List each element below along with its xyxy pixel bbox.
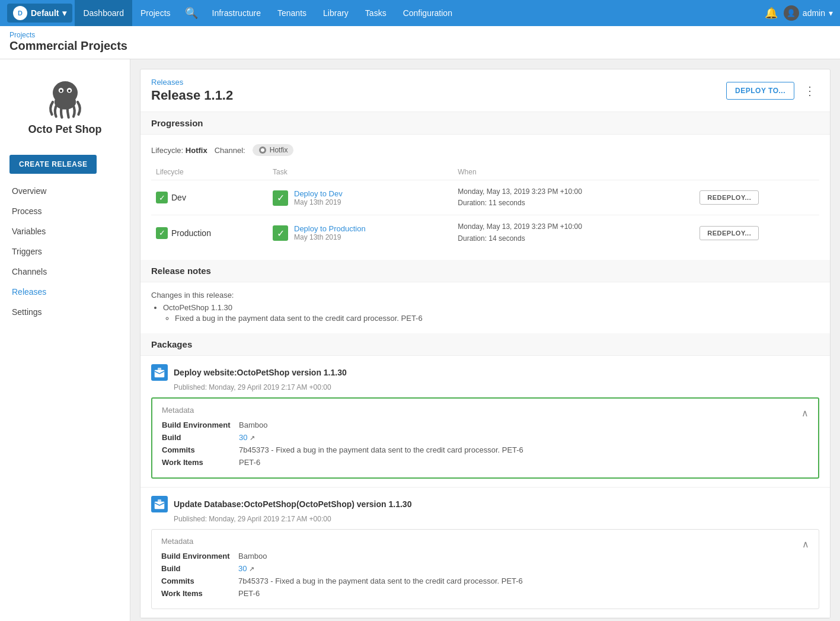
env-check-icon-production: ✓ bbox=[156, 227, 168, 239]
task-date-production: May 13th 2019 bbox=[294, 233, 366, 241]
metadata-header-row-0: Metadata ∧ bbox=[162, 406, 809, 421]
progression-table: Lifecycle Task When ✓ Dev bbox=[151, 164, 819, 250]
env-name-dev: ✓ Dev bbox=[156, 192, 263, 203]
table-row: ✓ Dev ✓ Deploy to Dev May 13th 2019 bbox=[151, 180, 819, 215]
svg-point-4 bbox=[68, 90, 70, 92]
notification-bell-icon[interactable]: 🔔 bbox=[765, 7, 778, 20]
task-name-dev[interactable]: Deploy to Dev bbox=[294, 189, 343, 198]
releases-breadcrumb-link[interactable]: Releases bbox=[151, 78, 233, 87]
lifecycle-row: Lifecycle: Hotfix Channel: Hotfix bbox=[151, 144, 819, 156]
breadcrumb: Projects bbox=[9, 31, 831, 39]
package-item-0: Deploy website:OctoPetShop version 1.1.3… bbox=[140, 356, 830, 488]
sidebar-item-process[interactable]: Process bbox=[0, 201, 130, 221]
create-release-button[interactable]: CREATE RELEASE bbox=[9, 155, 97, 174]
svg-point-7 bbox=[261, 148, 264, 152]
task-when-dev: Monday, May 13, 2019 3:23 PM +10:00 Dura… bbox=[458, 186, 690, 209]
metadata-row-workitems-1: Work Items PET-6 bbox=[161, 589, 809, 598]
package-icon-1 bbox=[151, 496, 168, 512]
release-notes-body: Changes in this release: OctoPetShop 1.1… bbox=[140, 282, 830, 333]
task-info-production: Deploy to Production May 13th 2019 bbox=[294, 224, 366, 241]
release-header: Releases Release 1.1.2 DEPLOY TO... ⋮ bbox=[140, 69, 830, 112]
release-title-block: Releases Release 1.1.2 bbox=[151, 78, 233, 103]
col-when: When bbox=[453, 164, 695, 180]
redeploy-button-production[interactable]: REDEPLOY... bbox=[700, 226, 759, 240]
metadata-row-workitems-0: Work Items PET-6 bbox=[162, 458, 809, 467]
task-date-dev: May 13th 2019 bbox=[294, 198, 343, 206]
main-content: Releases Release 1.1.2 DEPLOY TO... ⋮ Pr… bbox=[130, 59, 840, 621]
env-name-production: ✓ Production bbox=[156, 227, 263, 239]
user-avatar: 👤 bbox=[784, 5, 799, 21]
nav-item-configuration[interactable]: Configuration bbox=[395, 0, 461, 26]
project-logo: Octo Pet Shop bbox=[0, 71, 130, 148]
deploy-to-button[interactable]: DEPLOY TO... bbox=[726, 82, 794, 100]
user-menu[interactable]: 👤 admin ▾ bbox=[784, 5, 833, 21]
package-header-0: Deploy website:OctoPetShop version 1.1.3… bbox=[151, 364, 819, 381]
sidebar-item-channels[interactable]: Channels bbox=[0, 262, 130, 282]
metadata-header-row-1: Metadata ∧ bbox=[161, 537, 809, 552]
list-item: Fixed a bug in the payment data sent to … bbox=[175, 314, 819, 323]
user-chevron-icon: ▾ bbox=[829, 8, 833, 18]
metadata-row-build-env-1: Build Environment Bamboo bbox=[161, 552, 809, 561]
more-options-icon[interactable]: ⋮ bbox=[800, 84, 819, 98]
nav-item-projects[interactable]: Projects bbox=[132, 0, 179, 26]
nav-items: Dashboard Projects 🔍 Infrastructure Tena… bbox=[75, 0, 460, 26]
svg-point-3 bbox=[59, 90, 62, 92]
package-item-1: Update Database:OctoPetShop(OctoPetShop)… bbox=[140, 488, 830, 618]
package-icon-0 bbox=[151, 364, 168, 381]
package-name-0: Deploy website:OctoPetShop version 1.1.3… bbox=[174, 368, 347, 377]
metadata-collapse-icon-1[interactable]: ∧ bbox=[802, 539, 809, 550]
release-header-actions: DEPLOY TO... ⋮ bbox=[726, 82, 819, 100]
nav-item-dashboard[interactable]: Dashboard bbox=[75, 0, 132, 26]
metadata-row-build-env-0: Build Environment Bamboo bbox=[162, 421, 809, 429]
env-check-icon-dev: ✓ bbox=[156, 192, 168, 203]
progression-section-header: Progression bbox=[140, 112, 830, 135]
channel-icon bbox=[258, 146, 267, 154]
metadata-box-0: Metadata ∧ Build Environment Bamboo Buil… bbox=[151, 397, 819, 479]
package-name-1: Update Database:OctoPetShop(OctoPetShop)… bbox=[174, 499, 411, 509]
main-layout: Octo Pet Shop CREATE RELEASE Overview Pr… bbox=[0, 59, 840, 621]
build-link-1[interactable]: 30 bbox=[238, 564, 247, 573]
channel-label: Channel: bbox=[215, 146, 245, 155]
nav-item-library[interactable]: Library bbox=[315, 0, 357, 26]
redeploy-button-dev[interactable]: REDEPLOY... bbox=[700, 190, 759, 205]
nav-right-items: 🔔 👤 admin ▾ bbox=[765, 5, 833, 21]
external-link-icon-0: ↗ bbox=[250, 434, 255, 441]
metadata-collapse-icon-0[interactable]: ∧ bbox=[801, 407, 809, 419]
build-link-0[interactable]: 30 bbox=[239, 433, 247, 442]
sidebar: Octo Pet Shop CREATE RELEASE Overview Pr… bbox=[0, 59, 130, 621]
svg-point-5 bbox=[54, 94, 75, 109]
metadata-row-build-1: Build 30 ↗ bbox=[161, 564, 809, 573]
sidebar-item-overview[interactable]: Overview bbox=[0, 181, 130, 201]
nav-item-infrastructure[interactable]: Infrastructure bbox=[204, 0, 269, 26]
nav-item-tasks[interactable]: Tasks bbox=[357, 0, 395, 26]
brand-chevron-icon: ▾ bbox=[62, 8, 66, 18]
task-check-icon-dev: ✓ bbox=[273, 190, 288, 206]
release-notes-section-header: Release notes bbox=[140, 260, 830, 282]
sidebar-nav-menu: Overview Process Variables Triggers Chan… bbox=[0, 181, 130, 322]
metadata-title-1: Metadata bbox=[161, 537, 193, 546]
col-lifecycle: Lifecycle bbox=[151, 164, 268, 180]
task-check-icon-production: ✓ bbox=[273, 225, 288, 241]
page-header: Projects Commercial Projects bbox=[0, 26, 840, 59]
nav-item-tenants[interactable]: Tenants bbox=[269, 0, 315, 26]
task-block-dev: ✓ Deploy to Dev May 13th 2019 bbox=[273, 189, 448, 206]
project-name: Octo Pet Shop bbox=[28, 123, 101, 136]
metadata-row-build-0: Build 30 ↗ bbox=[162, 433, 809, 442]
task-when-production: Monday, May 13, 2019 3:23 PM +10:00 Dura… bbox=[458, 221, 690, 244]
sidebar-item-settings[interactable]: Settings bbox=[0, 302, 130, 322]
nav-icon-search[interactable]: 🔍 bbox=[179, 0, 204, 26]
svg-rect-11 bbox=[158, 499, 161, 502]
brand-name: Default bbox=[31, 8, 59, 18]
release-title: Release 1.1.2 bbox=[151, 88, 233, 103]
task-block-production: ✓ Deploy to Production May 13th 2019 bbox=[273, 224, 448, 241]
sidebar-item-variables[interactable]: Variables bbox=[0, 221, 130, 241]
package-published-0: Published: Monday, 29 April 2019 2:17 AM… bbox=[174, 383, 819, 391]
metadata-box-1: Metadata ∧ Build Environment Bamboo Buil… bbox=[151, 529, 819, 609]
sidebar-item-triggers[interactable]: Triggers bbox=[0, 241, 130, 262]
breadcrumb-parent[interactable]: Projects bbox=[9, 31, 35, 39]
task-name-production[interactable]: Deploy to Production bbox=[294, 224, 366, 233]
octopus-icon bbox=[44, 77, 86, 119]
sidebar-item-releases[interactable]: Releases bbox=[0, 282, 130, 302]
brand-switcher[interactable]: D Default ▾ bbox=[7, 4, 72, 23]
table-row: ✓ Production ✓ Deploy to Production May … bbox=[151, 215, 819, 250]
